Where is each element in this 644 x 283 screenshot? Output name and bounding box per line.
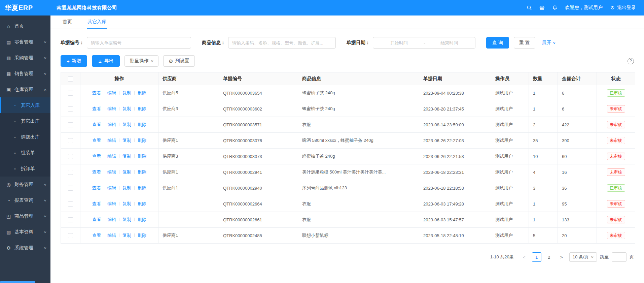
sidebar-item-purchase[interactable]: ▥ 采购管理 ∨ bbox=[0, 50, 50, 66]
action-delete-link[interactable]: 删除 bbox=[138, 169, 146, 175]
batch-actions-dropdown[interactable]: 批量操作 ∨ bbox=[124, 55, 159, 67]
cell-bill-no: QTRK00000003602 bbox=[219, 101, 298, 117]
sidebar-item-basic-data[interactable]: ▨ 基本资料 ∨ bbox=[0, 224, 50, 240]
row-checkbox[interactable] bbox=[68, 91, 73, 96]
export-button[interactable]: 导出 bbox=[92, 55, 120, 67]
action-edit-link[interactable]: 编辑 bbox=[107, 233, 116, 238]
cell-bill-no: QTRK00000003571 bbox=[219, 117, 298, 133]
row-checkbox[interactable] bbox=[68, 138, 73, 143]
action-view-link[interactable]: 查看 bbox=[92, 185, 101, 190]
action-edit-link[interactable]: 编辑 bbox=[107, 106, 116, 111]
date-start-input[interactable] bbox=[376, 40, 422, 46]
action-delete-link[interactable]: 删除 bbox=[138, 154, 146, 159]
sidebar-item-label: 采购管理 bbox=[14, 55, 33, 61]
action-copy-link[interactable]: 复制 bbox=[122, 154, 131, 159]
bell-icon[interactable] bbox=[552, 5, 558, 10]
action-copy-link[interactable]: 复制 bbox=[122, 106, 131, 111]
sidebar-item-assembly[interactable]: ▫ 组装单 bbox=[0, 145, 50, 161]
expand-toggle[interactable]: 展开 ∨ bbox=[542, 40, 556, 46]
action-view-link[interactable]: 查看 bbox=[92, 217, 101, 222]
page-size-select[interactable]: 10 条/页 ∨ bbox=[569, 252, 597, 262]
reset-button[interactable]: 重 置 bbox=[514, 37, 535, 49]
action-view-link[interactable]: 查看 bbox=[92, 138, 101, 143]
sidebar-item-home[interactable]: ⌂ 首页 bbox=[0, 18, 50, 34]
tab-other-inbound[interactable]: 其它入库 bbox=[87, 15, 107, 29]
row-checkbox[interactable] bbox=[68, 122, 73, 127]
action-delete-link[interactable]: 删除 bbox=[138, 122, 146, 127]
cell-bill-no: QTRK00000003073 bbox=[219, 149, 298, 164]
add-button[interactable]: + 新增 bbox=[61, 55, 87, 67]
column-settings-button[interactable]: ⚙ 列设置 bbox=[163, 55, 194, 67]
action-delete-link[interactable]: 删除 bbox=[138, 90, 146, 95]
action-edit-link[interactable]: 编辑 bbox=[107, 169, 116, 175]
tab-home[interactable]: 首页 bbox=[62, 15, 73, 29]
row-checkbox[interactable] bbox=[68, 170, 73, 175]
action-copy-link[interactable]: 复制 bbox=[122, 90, 131, 95]
sidebar-item-other-inbound[interactable]: ▫ 其它入库 bbox=[0, 97, 50, 113]
action-delete-link[interactable]: 删除 bbox=[138, 106, 146, 111]
action-copy-link[interactable]: 复制 bbox=[122, 201, 131, 206]
row-checkbox[interactable] bbox=[68, 154, 73, 159]
horizontal-scrollbar-thumb[interactable] bbox=[0, 281, 35, 283]
date-end-input[interactable] bbox=[426, 40, 472, 46]
row-checkbox[interactable] bbox=[68, 233, 73, 238]
action-view-link[interactable]: 查看 bbox=[92, 154, 101, 159]
action-copy-link[interactable]: 复制 bbox=[122, 169, 131, 175]
sidebar-item-retail[interactable]: ▤ 零售管理 ∨ bbox=[0, 34, 50, 50]
action-edit-link[interactable]: 编辑 bbox=[107, 90, 116, 95]
action-delete-link[interactable]: 删除 bbox=[138, 185, 146, 190]
action-delete-link[interactable]: 删除 bbox=[138, 233, 146, 238]
help-icon[interactable]: ? bbox=[628, 58, 634, 64]
action-copy-link[interactable]: 复制 bbox=[122, 233, 131, 238]
select-all-checkbox[interactable] bbox=[68, 76, 73, 82]
search-icon[interactable] bbox=[527, 5, 532, 10]
action-delete-link[interactable]: 删除 bbox=[138, 138, 146, 143]
sidebar-item-reports[interactable]: ◔ 报表查询 ∨ bbox=[0, 192, 50, 208]
action-view-link[interactable]: 查看 bbox=[92, 201, 101, 206]
action-delete-link[interactable]: 删除 bbox=[138, 217, 146, 222]
action-view-link[interactable]: 查看 bbox=[92, 122, 101, 127]
sidebar-item-sales[interactable]: ▦ 销售管理 ∨ bbox=[0, 66, 50, 82]
date-range-picker[interactable]: ~ bbox=[373, 37, 475, 49]
action-edit-link[interactable]: 编辑 bbox=[107, 138, 116, 143]
col-supplier: 供应商 bbox=[158, 72, 219, 85]
sidebar-item-warehouse[interactable]: ▣ 仓库管理 ∧ bbox=[0, 82, 50, 97]
page-button-2[interactable]: 2 bbox=[544, 252, 554, 262]
sidebar-item-system[interactable]: ⚙ 系统管理 ∨ bbox=[0, 240, 50, 256]
filter-bill-no: 单据编号： bbox=[61, 37, 191, 49]
cell-product: 联想小新鼠标 bbox=[298, 228, 419, 244]
action-edit-link[interactable]: 编辑 bbox=[107, 201, 116, 206]
action-edit-link[interactable]: 编辑 bbox=[107, 154, 116, 159]
bill-no-input[interactable] bbox=[87, 37, 191, 49]
row-checkbox[interactable] bbox=[68, 186, 73, 191]
sidebar-item-disassembly[interactable]: ▫ 拆卸单 bbox=[0, 161, 50, 177]
action-copy-link[interactable]: 复制 bbox=[122, 138, 131, 143]
action-edit-link[interactable]: 编辑 bbox=[107, 217, 116, 222]
action-delete-link[interactable]: 删除 bbox=[138, 201, 146, 206]
sidebar-item-finance[interactable]: ◎ 财务管理 ∨ bbox=[0, 177, 50, 192]
sidebar-item-other-outbound[interactable]: ▫ 其它出库 bbox=[0, 113, 50, 129]
action-copy-link[interactable]: 复制 bbox=[122, 122, 131, 127]
row-checkbox[interactable] bbox=[68, 201, 73, 207]
row-checkbox[interactable] bbox=[68, 106, 73, 112]
tab-bar: 首页 其它入库 bbox=[50, 15, 644, 29]
action-copy-link[interactable]: 复制 bbox=[122, 217, 131, 222]
sidebar-item-goods[interactable]: ◰ 商品管理 ∨ bbox=[0, 208, 50, 224]
jump-page-input[interactable] bbox=[612, 252, 627, 262]
sidebar-item-transfer-outbound[interactable]: ▫ 调拨出库 bbox=[0, 129, 50, 145]
action-view-link[interactable]: 查看 bbox=[92, 106, 101, 111]
action-edit-link[interactable]: 编辑 bbox=[107, 122, 116, 127]
search-button[interactable]: 查 询 bbox=[486, 37, 509, 49]
action-copy-link[interactable]: 复制 bbox=[122, 185, 131, 190]
prev-page-button[interactable]: < bbox=[520, 252, 529, 262]
action-view-link[interactable]: 查看 bbox=[92, 233, 101, 238]
product-input[interactable] bbox=[228, 37, 336, 49]
row-checkbox[interactable] bbox=[68, 217, 73, 222]
action-view-link[interactable]: 查看 bbox=[92, 90, 101, 95]
logout-button[interactable]: 退出登录 bbox=[610, 5, 636, 11]
action-edit-link[interactable]: 编辑 bbox=[107, 185, 116, 190]
bank-icon[interactable] bbox=[539, 5, 545, 10]
action-view-link[interactable]: 查看 bbox=[92, 169, 101, 175]
page-button-1[interactable]: 1 bbox=[532, 252, 541, 262]
next-page-button[interactable]: > bbox=[557, 252, 566, 262]
